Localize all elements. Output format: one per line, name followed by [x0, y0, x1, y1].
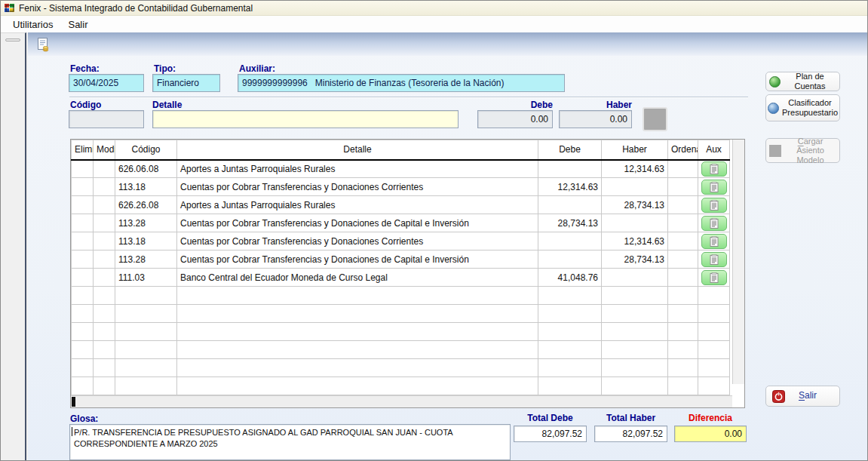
aux-button[interactable]: [701, 198, 727, 213]
plan-de-cuentas-button[interactable]: Plan de Cuentas: [765, 72, 840, 91]
haber-cell: [602, 214, 668, 232]
elimin-cell[interactable]: [72, 377, 94, 395]
aux-button[interactable]: [701, 161, 727, 177]
codigo-input[interactable]: [69, 110, 144, 128]
ordenar-cell[interactable]: [668, 377, 698, 395]
detalle-cell: [177, 305, 538, 323]
elimin-cell[interactable]: [72, 359, 94, 377]
elimin-cell[interactable]: [72, 250, 94, 269]
salir-button[interactable]: Salir: [765, 386, 840, 407]
ordenar-cell[interactable]: [668, 269, 698, 287]
detalle-cell: Cuentas por Cobrar Transferencias y Dona…: [177, 232, 538, 250]
detalle-input[interactable]: [152, 110, 459, 128]
tipo-input[interactable]: Financiero: [152, 74, 220, 92]
elimin-cell[interactable]: [72, 341, 94, 359]
codigo-cell: 113.18: [115, 178, 177, 196]
ordenar-cell[interactable]: [668, 305, 698, 323]
glosa-textarea[interactable]: P/R. TRANSFERENCIA DE PRESUPUESTO ASIGNA…: [69, 424, 511, 460]
debe-cell: [538, 323, 602, 341]
ordenar-cell[interactable]: [668, 160, 698, 178]
col-codigo[interactable]: Código: [115, 140, 177, 160]
modif-cell[interactable]: [94, 214, 115, 232]
elimin-cell[interactable]: [72, 269, 94, 287]
debe-cell: [538, 250, 602, 269]
modif-cell[interactable]: [94, 250, 115, 269]
ordenar-cell[interactable]: [668, 341, 698, 359]
ordenar-cell[interactable]: [668, 196, 698, 214]
col-aux[interactable]: Aux: [698, 140, 730, 160]
col-ordenar[interactable]: Ordenar: [668, 140, 698, 160]
aux-cell: [698, 323, 730, 341]
aux-button[interactable]: [701, 270, 727, 285]
modif-cell[interactable]: [94, 377, 115, 395]
debe-cell: [538, 196, 602, 214]
elimin-cell[interactable]: [72, 196, 94, 214]
col-debe[interactable]: Debe: [538, 140, 602, 160]
debe-cell: [538, 341, 602, 359]
debe-label: Debe: [477, 100, 553, 110]
notepad-icon: [710, 272, 719, 283]
col-haber[interactable]: Haber: [602, 140, 668, 160]
aux-cell: [698, 287, 730, 305]
ordenar-cell[interactable]: [668, 250, 698, 269]
modif-cell[interactable]: [94, 359, 115, 377]
haber-input[interactable]: 0.00: [559, 110, 632, 128]
menu-salir[interactable]: Salir: [62, 17, 94, 32]
elimin-cell[interactable]: [72, 232, 94, 250]
modif-cell[interactable]: [94, 323, 115, 341]
elimin-cell[interactable]: [72, 178, 94, 196]
table-row-empty: [72, 341, 730, 359]
total-haber-label: Total Haber: [594, 413, 667, 423]
detalle-cell: [177, 377, 538, 395]
elimin-cell[interactable]: [72, 160, 94, 178]
modif-cell[interactable]: [94, 196, 115, 214]
grid-vertical-scrollbar[interactable]: [732, 140, 744, 384]
grid-hscroll-thumb[interactable]: [72, 397, 75, 407]
elimin-cell[interactable]: [72, 287, 94, 305]
total-haber-field: 82,097.52: [594, 426, 667, 442]
ordenar-cell[interactable]: [668, 287, 698, 305]
aux-cell: [698, 214, 730, 232]
grid-horizontal-scrollbar[interactable]: [71, 395, 733, 407]
ordenar-cell[interactable]: [668, 232, 698, 250]
aux-button[interactable]: [701, 234, 727, 249]
aux-button[interactable]: [701, 216, 727, 231]
elimin-cell[interactable]: [72, 323, 94, 341]
elimin-cell[interactable]: [72, 214, 94, 232]
col-modif[interactable]: Modif: [94, 140, 115, 160]
modif-cell[interactable]: [94, 269, 115, 287]
modif-cell[interactable]: [94, 341, 115, 359]
cargar-asiento-modelo-button[interactable]: Cargar Asiento Modelo: [765, 138, 840, 163]
splitter-handle[interactable]: [5, 38, 20, 41]
clasificador-presupuestario-button[interactable]: Clasificador Presupuestario: [765, 94, 840, 121]
notepad-icon: [710, 236, 719, 247]
debe-input[interactable]: 0.00: [477, 110, 553, 128]
modif-cell[interactable]: [94, 287, 115, 305]
ordenar-cell[interactable]: [668, 323, 698, 341]
menu-utilitarios[interactable]: Utilitarios: [7, 17, 59, 32]
modif-cell[interactable]: [94, 305, 115, 323]
modif-cell[interactable]: [94, 232, 115, 250]
new-journal-entry-button[interactable]: [34, 35, 52, 54]
fecha-input[interactable]: 30/04/2025: [69, 74, 144, 92]
col-detalle[interactable]: Detalle: [177, 140, 538, 160]
ordenar-cell[interactable]: [668, 359, 698, 377]
total-debe-label: Total Debe: [514, 413, 587, 423]
detalle-cell: Aportes a Juntas Parroquiales Rurales: [177, 196, 538, 214]
aux-button[interactable]: [701, 252, 727, 267]
fecha-label: Fecha:: [70, 63, 100, 74]
codigo-cell: 113.28: [115, 250, 177, 269]
modif-cell[interactable]: [94, 160, 115, 178]
ordenar-cell[interactable]: [668, 214, 698, 232]
ordenar-cell[interactable]: [668, 178, 698, 196]
aux-button[interactable]: [701, 180, 727, 195]
journal-document-coins-icon: [35, 37, 51, 52]
auxiliar-input[interactable]: 9999999999996 Ministerio de Finanzas (Te…: [238, 74, 565, 92]
notepad-icon: [710, 164, 719, 174]
modif-cell[interactable]: [94, 178, 115, 196]
col-elimin[interactable]: Elimin: [72, 140, 94, 160]
elimin-cell[interactable]: [72, 305, 94, 323]
add-line-button[interactable]: [643, 107, 667, 131]
debe-cell: 12,314.63: [538, 178, 602, 196]
text-caret: [72, 427, 72, 436]
